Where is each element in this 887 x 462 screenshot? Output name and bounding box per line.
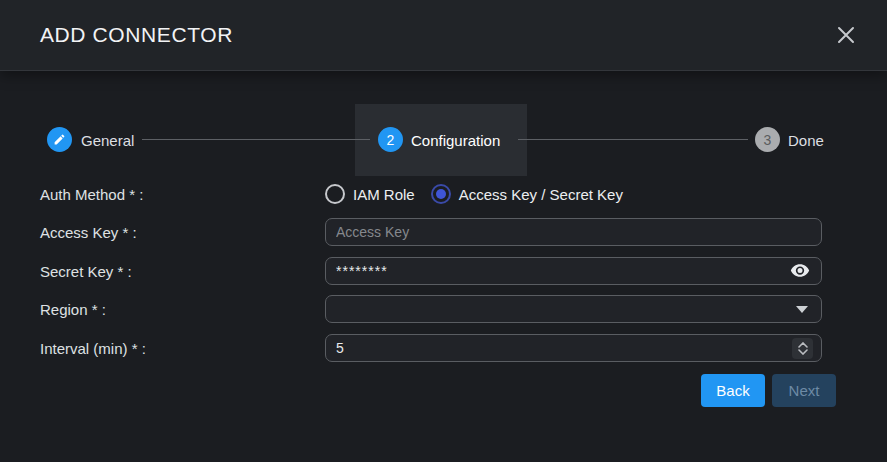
radio-unselected-icon [325,184,345,204]
auth-method-options: IAM Role Access Key / Secret Key [325,183,623,205]
dialog-title: ADD CONNECTOR [40,23,233,47]
region-select[interactable] [325,295,822,323]
step-connector-line [518,139,748,140]
radio-access-key-secret-key[interactable]: Access Key / Secret Key [431,184,623,204]
eye-icon[interactable] [789,261,811,281]
chevron-up-icon [798,342,808,348]
step-done-circle: 3 [755,127,780,152]
chevron-down-icon [798,349,808,355]
number-stepper[interactable] [792,338,813,359]
step-general-circle[interactable] [47,127,72,152]
step-general-label: General [81,132,134,149]
back-button[interactable]: Back [701,374,765,407]
radio-selected-icon [431,184,451,204]
step-configuration-label: Configuration [411,132,500,149]
step-number: 3 [764,132,772,148]
pencil-icon [53,133,66,146]
radio-iam-role[interactable]: IAM Role [325,184,415,204]
access-key-input[interactable] [325,218,822,246]
chevron-down-icon[interactable] [796,306,808,313]
secret-key-input[interactable] [325,257,822,285]
auth-method-label: Auth Method * : [40,186,143,203]
interval-input[interactable] [325,334,822,362]
step-done-label: Done [788,132,824,149]
step-configuration-circle[interactable]: 2 [378,127,403,152]
radio-iam-role-label: IAM Role [353,186,415,203]
interval-label: Interval (min) * : [40,340,146,357]
radio-access-key-label: Access Key / Secret Key [459,186,623,203]
region-label: Region * : [40,301,106,318]
secret-key-label: Secret Key * : [40,263,132,280]
add-connector-dialog: ADD CONNECTOR General 2 Configuration 3 … [0,0,887,462]
step-connector-line [142,139,370,140]
dialog-header: ADD CONNECTOR [0,0,887,71]
access-key-label: Access Key * : [40,224,137,241]
step-number: 2 [387,132,395,148]
close-icon[interactable] [833,22,859,48]
next-button[interactable]: Next [772,374,836,407]
